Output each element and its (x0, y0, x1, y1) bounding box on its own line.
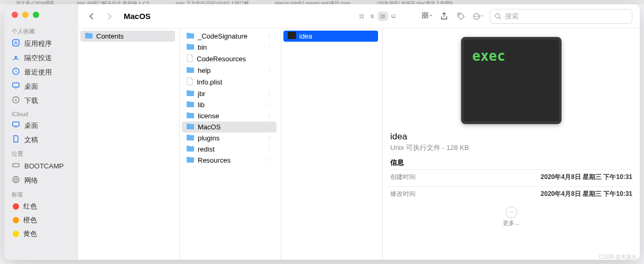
list-view-button[interactable] (367, 12, 378, 21)
chevron-right-icon: 〉 (268, 124, 273, 131)
folder-icon (186, 89, 195, 98)
sidebar-item-label: 红色 (23, 202, 37, 211)
close-button[interactable] (12, 12, 18, 18)
airdrop-icon (12, 53, 20, 63)
column-item[interactable]: Contents〉 (80, 31, 175, 42)
chevron-right-icon: 〉 (268, 67, 273, 74)
column-item[interactable]: license〉 (182, 110, 277, 121)
folder-icon (186, 145, 195, 154)
sidebar-item[interactable]: 桌面 (4, 79, 78, 93)
chevron-right-icon: 〉 (268, 135, 273, 142)
chevron-right-icon: 〉 (167, 33, 172, 40)
svg-rect-12 (381, 15, 385, 18)
watermark: CSDN @木源水 (599, 253, 637, 261)
svg-point-1 (15, 56, 17, 58)
tags-button[interactable] (456, 12, 466, 21)
svg-rect-6 (13, 164, 19, 167)
column-2[interactable]: _CodeSignature〉bin〉CodeResourceshelp〉Inf… (180, 29, 281, 260)
icon-view-button[interactable] (356, 12, 367, 21)
svg-point-23 (475, 16, 475, 16)
group-menu[interactable] (422, 12, 433, 21)
globe-icon (12, 175, 20, 185)
svg-point-21 (459, 14, 460, 15)
sidebar-item[interactable]: 文稿 (4, 133, 78, 147)
column-item[interactable]: plugins〉 (182, 133, 277, 144)
item-label: help (198, 67, 211, 74)
minimize-button[interactable] (22, 12, 29, 18)
column-item[interactable]: lib〉 (182, 99, 277, 110)
column-item[interactable]: MacOS〉 (182, 121, 277, 133)
sidebar-item[interactable]: 最近使用 (4, 65, 78, 79)
sidebar-item-label: 桌面 (24, 82, 38, 91)
column-item[interactable]: CodeResources (182, 53, 277, 65)
sidebar-item[interactable]: BOOTCAMP (4, 159, 78, 173)
desktop-icon (12, 120, 20, 130)
file-icon (186, 54, 194, 64)
column-1[interactable]: Contents〉 (78, 29, 180, 260)
svg-rect-18 (426, 13, 428, 15)
chevron-right-icon: 〉 (268, 90, 273, 98)
folder-icon (85, 32, 93, 41)
main-area: MacOS 搜索 Contents〉 _CodeSignature〉bin〉Co… (78, 4, 640, 260)
column-view-button[interactable] (378, 12, 388, 21)
zoom-button[interactable] (33, 12, 39, 18)
folder-icon (186, 100, 195, 109)
svg-rect-5 (13, 122, 19, 126)
sidebar-section-header: iCloud (4, 108, 78, 118)
clock-icon (12, 67, 20, 77)
sidebar-item-label: 下载 (24, 96, 38, 106)
forward-button[interactable] (104, 11, 115, 22)
svg-point-25 (477, 16, 478, 16)
sidebar: 个人收藏应用程序隔空投送最近使用桌面下载iCloud桌面文稿位置BOOTCAMP… (4, 4, 78, 260)
column-item[interactable]: _CodeSignature〉 (182, 31, 277, 42)
exec-icon (288, 32, 296, 39)
svg-rect-19 (422, 16, 425, 18)
sidebar-item[interactable]: 黄色 (4, 227, 78, 241)
item-label: Contents (96, 32, 124, 40)
sidebar-section-header: 标签 (4, 187, 78, 200)
svg-rect-3 (13, 83, 19, 87)
sidebar-item[interactable]: 隔空投送 (4, 51, 78, 65)
back-button[interactable] (86, 11, 97, 22)
chevron-right-icon: 〉 (268, 112, 273, 120)
sidebar-item[interactable]: 应用程序 (4, 36, 78, 51)
column-item[interactable]: redist〉 (182, 144, 277, 155)
item-label: CodeResources (197, 55, 246, 63)
window-controls (4, 8, 78, 24)
chevron-right-icon: 〉 (268, 157, 273, 164)
svg-rect-17 (422, 13, 425, 15)
more-button[interactable]: ⋯ 更多... (503, 206, 519, 227)
column-item[interactable]: jbr〉 (182, 88, 277, 99)
item-label: jbr (198, 90, 205, 98)
tag-dot-icon (13, 203, 19, 210)
gallery-view-button[interactable] (388, 12, 399, 21)
column-item[interactable]: help〉 (182, 65, 277, 76)
column-item[interactable]: Info.plist (182, 76, 277, 88)
info-header: 信息 (388, 158, 404, 167)
ellipsis-icon: ⋯ (505, 206, 517, 218)
sidebar-item[interactable]: 桌面 (4, 118, 78, 133)
sidebar-item[interactable]: 橙色 (4, 213, 78, 227)
item-label: Info.plist (197, 78, 222, 86)
svg-rect-0 (13, 40, 19, 46)
item-label: license (198, 112, 219, 120)
search-field[interactable]: 搜索 (490, 9, 632, 24)
column-item[interactable]: bin〉 (182, 42, 277, 53)
action-menu[interactable] (473, 12, 483, 21)
share-button[interactable] (439, 12, 449, 21)
column-3[interactable]: idea (281, 29, 383, 260)
column-item[interactable]: Resources〉 (182, 155, 277, 166)
item-label: redist (198, 145, 215, 153)
folder-icon (186, 32, 195, 41)
sidebar-item[interactable]: 下载 (4, 93, 78, 108)
tag-dot-icon (13, 231, 19, 237)
svg-rect-13 (392, 15, 395, 17)
browser-tabs: 与文章-CSDN博客Mac 80端口解决办法 电商编上-CS... mac 下允… (0, 0, 644, 4)
sidebar-item[interactable]: 网络 (4, 173, 78, 187)
exec-preview-icon: exec (461, 37, 562, 124)
svg-point-24 (476, 16, 477, 16)
item-label: idea (299, 32, 312, 40)
svg-rect-11 (362, 17, 364, 18)
sidebar-item[interactable]: 红色 (4, 200, 78, 213)
column-item[interactable]: idea (283, 31, 378, 42)
